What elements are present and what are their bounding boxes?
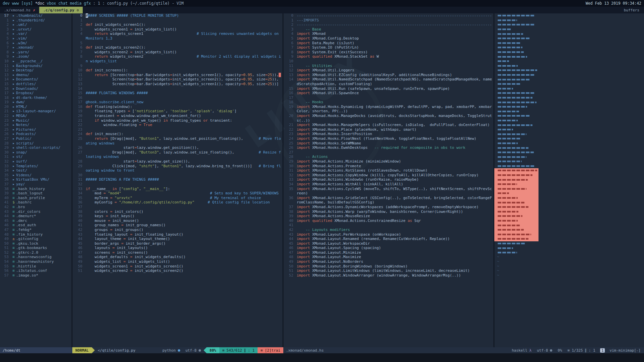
code-line[interactable]: 38import XMonad.Actions.Warp (warpToWind… <box>283 209 494 214</box>
code-line[interactable]: 42 groups = init_groups() <box>72 228 283 232</box>
code-line[interactable]: 37 <box>72 205 283 209</box>
tree-item[interactable]: 16▸Downloads/ <box>0 86 72 91</box>
close-icon[interactable]: ✗ <box>33 8 35 12</box>
minimap-viewport-row[interactable] <box>494 209 644 214</box>
code-line[interactable]: 51 widgets_screen2 = init_widgets_screen… <box>72 268 283 273</box>
code-line[interactable]: 14 <box>72 86 283 91</box>
code-line[interactable]: 34 mod = "mod4" # Sets mod key to SUPER/… <box>72 191 283 196</box>
minimap-row[interactable] <box>494 36 644 41</box>
tree-item[interactable]: 1▸.thunderbird/ <box>0 18 72 23</box>
code-line[interactable]: 39import XMonad.Actions.MouseResize <box>283 214 494 219</box>
code-line[interactable]: 45import XMonad.Layout.WorkspaceDir <box>283 241 494 246</box>
code-line[interactable]: 45 border_args = init_border_args() <box>72 241 283 246</box>
code-line[interactable]: 19 floating_types = ['notification', 'to… <box>72 109 283 114</box>
minimap-viewport-row[interactable] <box>494 219 644 223</box>
tree-item[interactable]: 10▸__pycache__/ <box>0 59 72 64</box>
code-line[interactable]: 22import XMonad.Hooks.Place (placeHook, … <box>283 127 494 132</box>
minimap-viewport-row[interactable] <box>494 214 644 219</box>
code-line[interactable]: 30import XMonad.Actions.Promote <box>283 164 494 169</box>
minimap-row[interactable] <box>494 145 644 150</box>
code-line[interactable]: 15import XMonad.Util.Run (safeSpawn, uns… <box>283 86 494 91</box>
code-line[interactable]: 49 widgets_list = init_widgets_list() <box>72 259 283 264</box>
code-line[interactable]: 52import XMonad.Layout.WindowArranger (w… <box>283 273 494 278</box>
code-line[interactable]: 29 Click([mod, "shift"], "Button1", lazy… <box>72 164 283 173</box>
minimap-row[interactable] <box>494 123 644 127</box>
minimap-row[interactable] <box>494 45 644 50</box>
code-line[interactable]: 26 start=lazy.window.get_position()), <box>72 145 283 150</box>
tree-item[interactable]: 31▸st/ <box>0 155 72 159</box>
code-line[interactable]: 5import XMonad.Config.Desktop <box>283 36 494 41</box>
code-line[interactable]: 3 -- Base <box>283 27 494 32</box>
tree-item[interactable]: 19▸dwm/ <box>0 100 72 105</box>
code-line[interactable]: 31import XMonad.Actions.RotSlaves (rotSl… <box>283 168 494 173</box>
minimap-viewport-row[interactable] <box>494 177 644 182</box>
file-tree-pane[interactable]: 57▸.thumbnails/1▸.thunderbird/2▸.uml/3▸.… <box>0 13 72 347</box>
code-line[interactable]: 23 <box>72 127 283 132</box>
minimap-row[interactable] <box>494 132 644 136</box>
tree-item[interactable]: 8▸.yarn/ <box>0 50 72 55</box>
minimap-row[interactable] <box>494 141 644 146</box>
code-line[interactable]: 18 -- Hooks <box>283 100 494 105</box>
tree-item[interactable]: 54≡.haxornewshistory <box>0 259 72 264</box>
code-line[interactable]: 11 -- Utilities <box>283 64 494 68</box>
code-line[interactable]: 40 mouse = init_mouse() <box>72 219 283 223</box>
code-line[interactable]: 28 start=lazy.window.get_size()), <box>72 159 283 164</box>
code-line[interactable]: 1---IMPORTS <box>283 18 494 23</box>
tree-item[interactable]: 4▸.var/ <box>0 32 72 36</box>
tree-item[interactable]: 23▸Music/ <box>0 118 72 123</box>
minimap-row[interactable] <box>494 91 644 96</box>
xmonad-hs-pane[interactable]: 0---------------------------------------… <box>283 13 494 347</box>
code-line[interactable]: 42 -- Layouts modifiers <box>283 228 494 232</box>
tree-item[interactable]: 20▸HTML/ <box>0 105 72 109</box>
code-line[interactable]: 6import Data.Maybe (isJust) <box>283 41 494 46</box>
minimap-row[interactable] <box>494 118 644 123</box>
code-line[interactable]: 35 myTerm = "urxvtc" # My terminal of ch… <box>72 196 283 200</box>
code-line[interactable]: 44 layout_theme = init_layout_theme() <box>72 237 283 241</box>
code-line[interactable]: 5 <box>72 41 283 46</box>
code-line[interactable]: 51import XMonad.Layout.LimitWindows (lim… <box>283 268 494 273</box>
tmux-window-item[interactable]: vbox chat media gfx <box>47 1 93 6</box>
code-line[interactable]: 17@hook.subscribe.client_new <box>72 100 283 105</box>
code-line[interactable]: 20 transient = window.window.get_wm_tran… <box>72 114 283 118</box>
tree-item[interactable]: 29▸shell-color-scripts/ <box>0 145 72 150</box>
minimap-row[interactable] <box>494 164 644 169</box>
tree-item[interactable]: 5▸.vim/ <box>0 36 72 41</box>
code-line[interactable]: 3 widgets_screen1 = init_widgets_list() <box>72 27 283 32</box>
minimap-row[interactable] <box>494 68 644 73</box>
code-line[interactable]: 15##### FLOATING WINDOWS ##### <box>72 91 283 96</box>
tree-item[interactable]: 26▸Podcasts/ <box>0 132 72 136</box>
tree-item[interactable]: 53≡.haxornewsconfig <box>0 255 72 259</box>
minimap-row[interactable] <box>494 114 644 118</box>
code-line[interactable]: 43 floating_layout = init_floating_layou… <box>72 232 283 237</box>
tree-item[interactable]: 13▸dmenu/ <box>0 73 72 77</box>
minimap-row[interactable] <box>494 64 644 68</box>
tree-item[interactable]: 21▸i3-layout-manager/ <box>0 109 72 114</box>
code-line[interactable]: 21 if window.window.get_wm_type() in flo… <box>72 118 283 123</box>
code-line[interactable]: 27 Drag([mod], "Button3", lazy.window.se… <box>72 150 283 159</box>
code-line[interactable]: 47 screens = init_screens() <box>72 250 283 255</box>
minimap-row[interactable] <box>494 127 644 132</box>
code-line[interactable]: 35import XMonad.Actions.CycleWS (moveTo,… <box>283 187 494 196</box>
config-py-pane[interactable]: 0##### SCREENS ##### (TRIPLE MONITOR SET… <box>72 13 283 347</box>
tree-item[interactable]: 38≡.bash_history <box>0 187 72 191</box>
code-line[interactable]: 6def init_widgets_screen2(): <box>72 45 283 50</box>
code-line[interactable]: 48 widget_defaults = init_widgets_defaul… <box>72 255 283 259</box>
tree-item[interactable]: 34▸test/ <box>0 168 72 173</box>
code-line[interactable]: 50 widgets_screen1 = init_widgets_screen… <box>72 264 283 269</box>
minimap-row[interactable] <box>494 150 644 155</box>
minimap-viewport-row[interactable] <box>494 205 644 209</box>
minimap-pane[interactable]: ~~~~~ <box>494 13 644 347</box>
minimap-row[interactable] <box>494 96 644 100</box>
tree-item[interactable]: 11▸Backgrounds/ <box>0 64 72 68</box>
minimap-row[interactable] <box>494 13 644 18</box>
code-line[interactable]: 16 <box>72 96 283 100</box>
tmux-window-item[interactable]: dev www <box>3 1 21 6</box>
minimap-row[interactable] <box>494 41 644 46</box>
tmux-window-item[interactable]: *doc <box>35 1 47 6</box>
code-line[interactable]: 34import XMonad.Actions.WithAll (sinkAll… <box>283 182 494 187</box>
minimap-row[interactable] <box>494 241 644 246</box>
code-line[interactable]: 11 return [Screen(top=bar.Bar(widgets=in… <box>72 73 283 77</box>
vim-command-line[interactable] <box>0 353 644 362</box>
minimap-row[interactable] <box>494 77 644 82</box>
tree-item[interactable]: 50≡.gksu.lock <box>0 241 72 246</box>
